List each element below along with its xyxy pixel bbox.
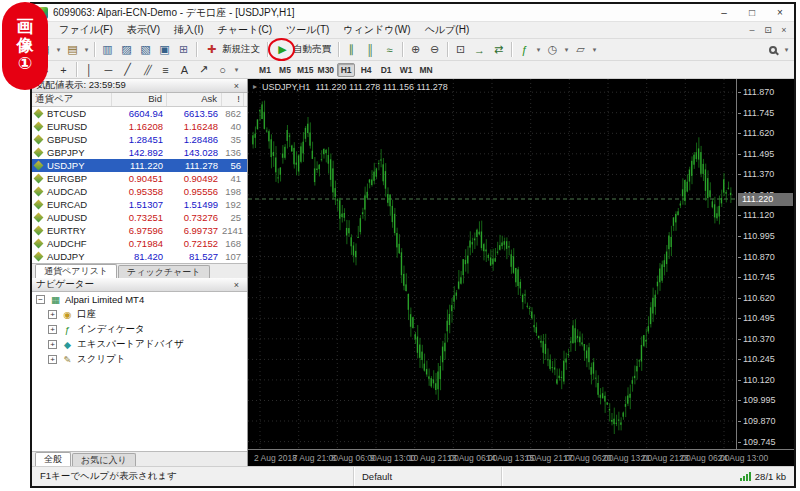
menu-item-2[interactable]: 挿入(I) (167, 22, 210, 38)
shapes-tool-icon[interactable]: ○ (213, 61, 232, 78)
navigator-icon[interactable]: ▧ (136, 41, 155, 58)
navigator-tab[interactable]: お気に入り (72, 453, 136, 466)
search-icon[interactable] (763, 41, 782, 58)
menu-item-4[interactable]: ツール(T) (279, 22, 336, 38)
templates-icon[interactable]: ▱ (571, 41, 590, 58)
periods-icon[interactable]: ◷ (543, 41, 562, 58)
timeframe-button-m5[interactable]: M5 (276, 63, 294, 77)
tree-expand-icon[interactable]: + (48, 355, 57, 364)
column-header-bid[interactable]: Bid (112, 93, 167, 106)
market-watch-row[interactable]: GBPUSD1.284511.2848635 (32, 133, 247, 146)
arrows-tool-icon[interactable]: ↗ (194, 61, 213, 78)
navigator-tab[interactable]: 全般 (35, 452, 71, 466)
search-dropdown[interactable]: ▾ (782, 46, 791, 54)
periods-dropdown[interactable]: ▾ (562, 46, 571, 54)
market-watch-row[interactable]: AUDCAD0.953580.95556198 (32, 185, 247, 198)
ask-value: 6613.56 (167, 107, 222, 120)
new-chart-dropdown[interactable]: ▾ (54, 46, 63, 54)
auto-scroll-icon[interactable]: → (470, 41, 489, 58)
ask-value: 81.527 (167, 250, 222, 263)
bid-value: 0.73251 (112, 211, 167, 224)
profiles-dropdown[interactable]: ▾ (82, 46, 91, 54)
time-axis[interactable]: 2 Aug 20187 Aug 21:008 Aug 06:009 Aug 13… (248, 449, 794, 466)
tools-dropdown[interactable]: ▾ (232, 66, 241, 74)
market-watch-row[interactable]: AUDUSD0.732510.7327625 (32, 211, 247, 224)
price-scale[interactable]: 111.870111.745111.620111.495111.370111.2… (737, 79, 794, 449)
trendline-tool-icon[interactable]: ╱ (118, 61, 137, 78)
tree-expand-icon[interactable]: + (48, 310, 57, 319)
text-tool-icon[interactable]: A (175, 61, 194, 78)
market-watch-row[interactable]: GBPJPY142.892143.028136 (32, 146, 247, 159)
navigator-item-0[interactable]: +◉口座 (32, 307, 247, 322)
market-watch-close-icon[interactable]: × (230, 81, 243, 91)
timeframe-button-h1[interactable]: H1 (337, 63, 355, 77)
market-watch-row[interactable]: EURTRY6.975966.997372141 (32, 224, 247, 237)
channel-tool-icon[interactable]: ╱╱ (137, 61, 156, 78)
navigator-item-3[interactable]: +✎スクリプト (32, 352, 247, 367)
hline-tool-icon[interactable]: ─ (99, 61, 118, 78)
autotrading-button[interactable]: ▶自動売買 (271, 41, 335, 59)
new-order-button[interactable]: ✚新規注文 (200, 41, 264, 59)
indicators-dropdown[interactable]: ▾ (534, 46, 543, 54)
status-profile[interactable]: Default (354, 467, 502, 486)
mdi-restore-button[interactable]: ⊡ (760, 25, 776, 35)
chart-shift-icon[interactable]: ⇄ (489, 41, 508, 58)
timeframe-button-h4[interactable]: H4 (357, 63, 375, 77)
timeframe-button-d1[interactable]: D1 (377, 63, 395, 77)
mdi-minimize-button[interactable]: – (744, 25, 760, 35)
menu-item-3[interactable]: チャート(C) (211, 22, 280, 38)
tree-collapse-icon[interactable]: − (36, 295, 45, 304)
menu-item-0[interactable]: ファイル(F) (52, 22, 120, 38)
navigator-item-2[interactable]: +◆エキスパートアドバイザ (32, 337, 247, 352)
menu-item-6[interactable]: ヘルプ(H) (418, 22, 477, 38)
indicators-icon[interactable]: ƒ (515, 41, 534, 58)
tile-windows-icon[interactable]: ⊡ (451, 41, 470, 58)
market-watch-icon[interactable]: ▥ (98, 41, 117, 58)
mdi-close-button[interactable]: × (776, 25, 792, 35)
market-watch-row[interactable]: AUDJPY81.42081.527107 (32, 250, 247, 263)
navigator-header: ナビゲーター × (32, 278, 247, 292)
menu-item-1[interactable]: 表示(V) (120, 22, 167, 38)
column-header-spread[interactable]: ! (222, 93, 244, 106)
tree-expand-icon[interactable]: + (48, 325, 57, 334)
close-button[interactable]: × (766, 4, 794, 21)
market-watch-tab[interactable]: 通貨ペアリスト (35, 264, 117, 278)
timeframe-button-m30[interactable]: M30 (317, 63, 336, 77)
market-watch-row[interactable]: EURCAD1.513071.51499192 (32, 198, 247, 211)
column-header-ask[interactable]: Ask (167, 93, 222, 106)
market-watch-row[interactable]: AUDCHF0.719840.72152168 (32, 237, 247, 250)
data-window-icon[interactable]: ▨ (117, 41, 136, 58)
timeframe-button-mn[interactable]: MN (417, 63, 435, 77)
market-watch-row[interactable]: EURGBP0.904510.9049241 (32, 172, 247, 185)
terminal-icon[interactable]: ▣ (155, 41, 174, 58)
chart-candles-icon[interactable]: ║ (361, 41, 380, 58)
templates-dropdown[interactable]: ▾ (590, 46, 599, 54)
market-watch-row[interactable]: EURUSD1.162081.1624840 (32, 120, 247, 133)
tree-expand-icon[interactable]: + (48, 340, 57, 349)
chart-line-icon[interactable]: ≈ (380, 41, 399, 58)
timeframe-button-m15[interactable]: M15 (296, 63, 315, 77)
annotation-badge: 画 像 ① (2, 2, 48, 90)
navigator-close-icon[interactable]: × (230, 280, 243, 290)
zoom-in-icon[interactable]: ⊕ (406, 41, 425, 58)
profiles-icon[interactable]: ▤ (63, 41, 82, 58)
timeframe-button-w1[interactable]: W1 (397, 63, 415, 77)
column-header-symbol[interactable]: 通貨ペア (32, 93, 112, 106)
minimize-button[interactable]: – (710, 4, 738, 21)
navigator-root-item[interactable]: −▦Alpari Limited MT4 (32, 292, 247, 307)
market-watch-tab[interactable]: ティックチャート (118, 265, 209, 278)
vline-tool-icon[interactable]: │ (80, 61, 99, 78)
menu-item-5[interactable]: ウィンドウ(W) (336, 22, 417, 38)
market-watch-row[interactable]: USDJPY111.220111.27856 (32, 159, 247, 172)
chart-bars-icon[interactable]: ∥ (342, 41, 361, 58)
maximize-button[interactable]: □ (738, 4, 766, 21)
timeframe-button-m1[interactable]: M1 (256, 63, 274, 77)
market-watch-row[interactable]: BTCUSD6604.946613.56862 (32, 107, 247, 120)
crosshair-tool-icon[interactable]: + (54, 61, 73, 78)
tools-group: ↖+│─╱╱╱≡A↗○▾ (35, 61, 241, 78)
navigator-item-1[interactable]: +ƒインディケータ (32, 322, 247, 337)
candlestick-chart[interactable]: ▸ USDJPY,H1 111.220 111.278 111.156 111.… (248, 79, 737, 449)
fibonacci-tool-icon[interactable]: ≡ (156, 61, 175, 78)
zoom-out-icon[interactable]: ⊖ (425, 41, 444, 58)
strategy-tester-icon[interactable]: ⊞ (174, 41, 193, 58)
